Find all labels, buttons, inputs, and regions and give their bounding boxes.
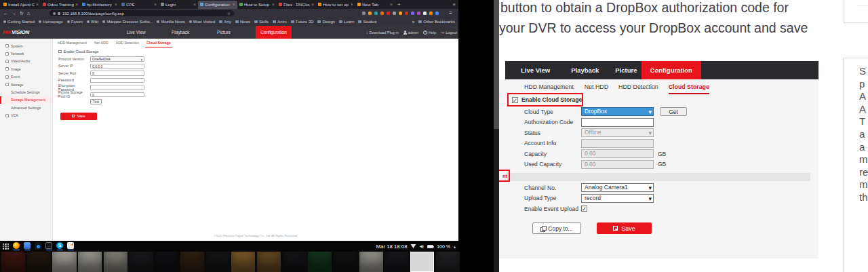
- reload-icon[interactable]: ↻: [20, 11, 24, 16]
- tab-close-icon[interactable]: ×: [115, 2, 117, 7]
- bookmark-item[interactable]: Future 3D: [291, 20, 314, 24]
- cloud-type-select[interactable]: DropBox: [581, 107, 654, 116]
- logout-link[interactable]: ↪Logout: [441, 31, 457, 35]
- app-grid-icon[interactable]: [3, 244, 9, 250]
- tray-expand-icon[interactable]: ▴: [454, 244, 456, 249]
- menu-icon[interactable]: ≡: [449, 10, 452, 16]
- window-thumbnail[interactable]: [410, 252, 434, 272]
- sidebar-item[interactable]: System: [0, 42, 52, 50]
- browser-tab[interactable]: hp.filmfactory ×: [80, 1, 119, 9]
- bookmark-item[interactable]: Anim: [273, 20, 287, 24]
- tab-close-icon[interactable]: ×: [351, 2, 353, 7]
- window-thumbnail[interactable]: [384, 252, 408, 272]
- field-input[interactable]: 0.0.0.0: [90, 64, 144, 69]
- download-plugin-link[interactable]: ↓Download Plug-in: [366, 31, 399, 35]
- extension-icon[interactable]: [362, 12, 366, 16]
- extension-icon[interactable]: [399, 12, 403, 16]
- sidebar-item[interactable]: VCA: [0, 112, 52, 119]
- enable-cloud-storage-checkbox[interactable]: ✓: [512, 97, 518, 103]
- browser-tab[interactable]: New Tab ×: [355, 1, 395, 9]
- terminal-launcher[interactable]: [45, 242, 52, 251]
- browser-tab[interactable]: Files - RNClou ×: [277, 1, 316, 9]
- skype-launcher[interactable]: S: [56, 242, 63, 251]
- wifi-icon[interactable]: [411, 244, 416, 248]
- user-menu[interactable]: admin: [403, 31, 418, 35]
- window-thumbnail[interactable]: [1, 252, 25, 272]
- sidebar-item[interactable]: Schedule Settings: [0, 88, 52, 96]
- extension-icon[interactable]: [411, 12, 415, 16]
- volume-icon[interactable]: ◀): [420, 244, 425, 248]
- bookmark-item[interactable]: Learn: [339, 20, 354, 24]
- extension-icon[interactable]: [387, 12, 391, 16]
- sidebar-item[interactable]: Network: [0, 50, 52, 57]
- bookmarks-overflow-icon[interactable]: »: [412, 20, 414, 24]
- window-thumbnail[interactable]: [78, 252, 102, 272]
- copy-to-button[interactable]: Copy to...: [532, 222, 581, 234]
- authorization-code-input[interactable]: [581, 118, 654, 127]
- sidebar-item[interactable]: Storage Management: [0, 96, 52, 104]
- back-icon[interactable]: ←: [3, 11, 8, 16]
- window-close-icon[interactable]: ×: [452, 1, 456, 7]
- bookmark-item[interactable]: Arty: [219, 20, 231, 24]
- window-thumbnail[interactable]: [206, 252, 230, 272]
- tab-close-icon[interactable]: ×: [311, 2, 314, 7]
- save-button[interactable]: Save: [597, 222, 652, 234]
- bookmark-item[interactable]: Forum: [67, 20, 83, 24]
- sidebar-item[interactable]: Storage: [0, 81, 52, 88]
- clock[interactable]: Mar 18 18:08: [376, 244, 408, 250]
- extension-icon[interactable]: [435, 12, 439, 16]
- extension-icon[interactable]: [393, 12, 397, 16]
- tab-close-icon[interactable]: ×: [193, 2, 196, 7]
- window-thumbnail[interactable]: [283, 252, 307, 272]
- field-input[interactable]: OneNetDisk: [90, 56, 144, 62]
- extension-icon[interactable]: [405, 12, 409, 16]
- bookmark-item[interactable]: News: [235, 20, 250, 24]
- nav-configuration[interactable]: Configuration: [256, 26, 292, 39]
- doc-nav-item[interactable]: Picture: [615, 66, 637, 74]
- window-thumbnail[interactable]: [129, 252, 153, 272]
- storage-tab[interactable]: Cloud Storage: [145, 39, 172, 47]
- tab-close-icon[interactable]: ×: [154, 2, 157, 7]
- firefox-launcher[interactable]: [13, 242, 20, 251]
- extension-icon[interactable]: [429, 12, 433, 16]
- extension-icon[interactable]: [417, 12, 421, 16]
- save-button[interactable]: Save: [60, 113, 97, 120]
- window-thumbnail[interactable]: [52, 252, 76, 272]
- tab-close-icon[interactable]: ×: [272, 2, 275, 7]
- bookmark-item[interactable]: Homepage: [39, 20, 62, 24]
- enable-event-upload-checkbox[interactable]: ✓: [581, 206, 587, 212]
- bookmark-item[interactable]: Skills: [254, 20, 269, 24]
- address-bar[interactable]: 192.168.8.100/doc/page/config.asp ☆: [50, 10, 234, 17]
- field-input[interactable]: 0: [90, 92, 144, 98]
- browser-tab[interactable]: Login ×: [159, 1, 198, 9]
- sidebar-item[interactable]: Video/Audio: [0, 58, 52, 65]
- browser-tab[interactable]: How to Setup ×: [237, 1, 277, 9]
- doc-nav-item[interactable]: Configuration: [642, 61, 701, 79]
- bookmark-item[interactable]: Getting Started: [3, 20, 35, 24]
- test-button[interactable]: Test: [90, 99, 102, 104]
- window-thumbnail[interactable]: [180, 252, 204, 272]
- text-editor-launcher[interactable]: [67, 242, 74, 251]
- storage-tab[interactable]: HDD Management: [56, 39, 88, 47]
- window-thumbnail[interactable]: [257, 252, 281, 272]
- other-bookmarks[interactable]: Other Bookmarks: [418, 20, 455, 24]
- file-manager-launcher[interactable]: [24, 242, 31, 251]
- window-thumbnail[interactable]: [104, 252, 127, 272]
- help-link[interactable]: ?Help: [423, 31, 436, 35]
- forward-icon[interactable]: →: [12, 11, 16, 16]
- extension-icon[interactable]: [368, 12, 372, 16]
- enable-cloud-storage-checkbox[interactable]: [58, 50, 62, 54]
- bookmark-item[interactable]: Mozilla News: [157, 20, 184, 24]
- tab-close-icon[interactable]: ×: [390, 2, 393, 7]
- bookmark-star-icon[interactable]: ☆: [227, 11, 231, 16]
- browser-tab[interactable]: Odoo Training ×: [41, 1, 80, 9]
- bookmark-item[interactable]: Manjaro Discover Softw...: [102, 20, 153, 24]
- browser-tab[interactable]: CPE ×: [119, 1, 159, 9]
- window-thumbnail[interactable]: [27, 252, 51, 272]
- bookmark-item[interactable]: Most Visited: [189, 20, 216, 24]
- window-thumbnail[interactable]: [308, 252, 332, 272]
- upload-type-select[interactable]: record: [581, 194, 654, 203]
- field-input[interactable]: [90, 78, 144, 83]
- field-input[interactable]: [90, 85, 144, 90]
- nav-playback[interactable]: Playback: [172, 26, 189, 39]
